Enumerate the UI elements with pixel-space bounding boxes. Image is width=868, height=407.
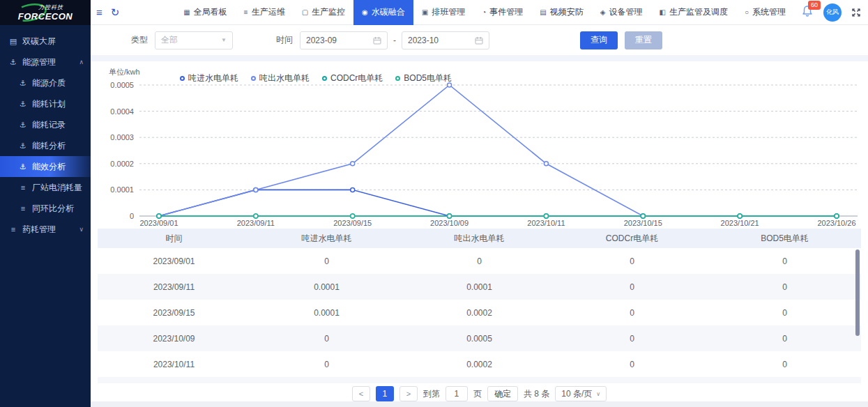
svg-text:0.0003: 0.0003: [110, 133, 134, 141]
legend-item[interactable]: 吨进水电单耗: [180, 72, 238, 84]
top-nav-item[interactable]: ▣排班管理: [413, 0, 473, 25]
top-nav-item[interactable]: ○系统管理: [736, 0, 794, 25]
table-cell: 0: [250, 325, 403, 351]
top-nav-item[interactable]: ◈设备管理: [592, 0, 651, 25]
calendar-icon: [373, 36, 381, 45]
date-from-value: 2023-09: [306, 36, 337, 45]
sidebar-item-label: 能耗计划: [32, 98, 66, 110]
chart-canvas: 0.00050.00040.00030.00020.000102023/09/0…: [99, 61, 862, 229]
table-row[interactable]: 2023/09/110.00010.000100: [98, 274, 861, 300]
page-size-select[interactable]: 10 条/页 ∨: [555, 386, 607, 401]
table-row[interactable]: 2023/10/150000: [98, 377, 861, 383]
legend-item[interactable]: CODCr电单耗: [322, 72, 383, 84]
top-nav-item[interactable]: ◧生产监管及调度: [651, 0, 736, 25]
table-cell: 0: [250, 351, 403, 377]
table-cell: 2023/09/01: [98, 248, 250, 274]
dashboard-icon: ▦: [183, 8, 190, 16]
reset-button[interactable]: 重置: [625, 31, 662, 49]
energy-icon: ⚓: [18, 100, 28, 109]
next-page-button[interactable]: >: [399, 386, 418, 401]
top-nav-item[interactable]: ◉水碳融合: [353, 0, 413, 25]
page-size-value: 10 条/页: [561, 388, 592, 400]
sidebar-item[interactable]: ⚓能源介质: [0, 72, 91, 93]
table-cell: 0: [708, 274, 861, 300]
date-to-input[interactable]: 2023-10: [402, 31, 489, 49]
table-scrollbar[interactable]: [855, 249, 860, 336]
table-header: 时间吨进水电单耗吨出水电单耗CODCr电单耗BOD5电单耗: [98, 229, 861, 248]
table-cell: 0: [708, 351, 861, 377]
svg-text:2023/10/26: 2023/10/26: [817, 219, 855, 227]
topbar: ≡ ↻ ▦全局看板≡生产运维▢生产监控◉水碳融合▣排班管理◔事件管理▤视频安防◈…: [91, 0, 868, 25]
top-nav-item-label: 事件管理: [489, 6, 523, 18]
svg-text:2023/09/01: 2023/09/01: [139, 219, 178, 227]
water-carbon-icon: ◉: [362, 8, 368, 16]
video-icon: ▤: [540, 8, 546, 16]
sidebar-item[interactable]: ≡药耗管理∨: [0, 219, 91, 240]
table-cell: 0.0001: [403, 274, 556, 300]
refresh-icon[interactable]: ↻: [111, 6, 120, 19]
notification-bell-icon[interactable]: 60: [801, 5, 814, 20]
top-nav-item-label: 全局看板: [194, 6, 227, 18]
legend-item[interactable]: BOD5电单耗: [395, 72, 452, 84]
legend-label: BOD5电单耗: [404, 72, 452, 84]
sidebar-item[interactable]: ⚓能源管理∧: [0, 52, 91, 72]
top-nav-item[interactable]: ▦全局看板: [175, 0, 235, 25]
top-nav-item-label: 设备管理: [609, 6, 643, 18]
device-icon: ◈: [600, 8, 606, 16]
current-page-button[interactable]: 1: [376, 386, 394, 401]
sidebar-item[interactable]: ▤双碳大屏: [0, 31, 91, 52]
table-cell: 2023/09/11: [98, 274, 250, 300]
search-button[interactable]: 查询: [580, 31, 618, 49]
table-row[interactable]: 2023/09/150.00010.000200: [98, 300, 861, 325]
energy-icon: ⚓: [18, 79, 28, 88]
type-select-value: 全部: [161, 34, 178, 46]
legend-item[interactable]: 吨出水电单耗: [251, 72, 310, 84]
prev-page-button[interactable]: <: [352, 386, 370, 401]
sidebar-item[interactable]: ⚓能效分析: [0, 156, 91, 177]
top-nav-item-label: 生产监控: [312, 6, 345, 18]
date-from-input[interactable]: 2023-09: [300, 31, 388, 49]
top-nav-item[interactable]: ≡生产运维: [236, 0, 294, 25]
svg-text:2023/10/09: 2023/10/09: [430, 219, 469, 227]
sidebar-item[interactable]: ⚓能耗记录: [0, 114, 91, 135]
sidebar-item[interactable]: ⚓能耗分析: [0, 135, 91, 156]
type-select[interactable]: 全部 ▼: [155, 31, 233, 49]
chart-unit-label: 单位/kwh: [109, 67, 140, 77]
sidebar-item-label: 能效分析: [32, 161, 66, 173]
content-panel: 类型 全部 ▼ 时间 2023-09 - 2023: [91, 25, 868, 401]
goto-confirm-button[interactable]: 确定: [487, 386, 518, 401]
collapse-menu-icon[interactable]: ≡: [96, 6, 102, 18]
table-cell: 0: [708, 300, 861, 325]
brand-name-cn: 力控科技: [38, 3, 63, 11]
table-column-header: BOD5电单耗: [708, 229, 861, 248]
svg-text:2023/09/11: 2023/09/11: [237, 219, 275, 227]
fullscreen-icon[interactable]: [851, 8, 861, 17]
calendar-icon: [475, 36, 483, 45]
table-cell: 0: [556, 377, 708, 383]
chevron-down-icon: ▼: [221, 37, 227, 43]
goto-page-input[interactable]: 1: [446, 386, 468, 401]
top-nav-item-label: 生产监管及调度: [669, 6, 728, 18]
sidebar-item[interactable]: ≡厂站电消耗量: [0, 177, 91, 198]
brand-name-en: FORCECON: [18, 11, 73, 22]
table-row[interactable]: 2023/09/010000: [98, 248, 861, 274]
top-nav-item[interactable]: ◔事件管理: [473, 0, 531, 25]
avatar[interactable]: 化风: [823, 3, 842, 22]
ops-icon: ≡: [244, 8, 248, 16]
sidebar-item[interactable]: ⚓能耗计划: [0, 93, 91, 114]
goto-prefix-label: 到第: [423, 388, 440, 400]
top-nav-item[interactable]: ▤视频安防: [531, 0, 591, 25]
sidebar-item[interactable]: ≡同环比分析: [0, 198, 91, 219]
top-nav-item-label: 生产运维: [252, 6, 285, 18]
table-row[interactable]: 2023/10/1100.000200: [98, 351, 861, 377]
table-cell: 2023/10/09: [98, 325, 250, 351]
sidebar-item-label: 双碳大屏: [22, 36, 56, 47]
svg-text:2023/10/11: 2023/10/11: [527, 219, 565, 227]
monitor-icon: ▢: [302, 8, 308, 16]
top-nav-item[interactable]: ▢生产监控: [294, 0, 353, 25]
table-body: 2023/09/0100002023/09/110.00010.00010020…: [98, 248, 861, 383]
table-row[interactable]: 2023/10/0900.000500: [98, 325, 861, 351]
med-icon: ≡: [8, 225, 18, 233]
top-nav-item-label: 系统管理: [752, 6, 786, 18]
table-cell: 0: [556, 300, 708, 325]
